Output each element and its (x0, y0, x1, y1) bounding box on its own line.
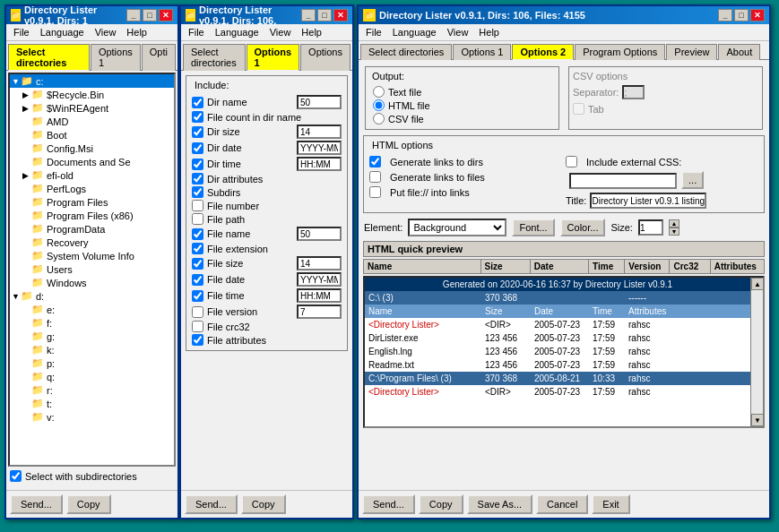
tab-select-dirs-3[interactable]: Select directories (360, 44, 452, 60)
tree-item-2[interactable]: ▶📁$WinREAgent (10, 101, 174, 115)
tab-opti-1[interactable]: Opti (142, 44, 176, 71)
tree-item-11[interactable]: 📁ProgramData (10, 222, 174, 236)
tree-item-22[interactable]: 📁q: (10, 370, 174, 383)
radio-text-file[interactable] (373, 86, 385, 98)
option-cb-10[interactable] (192, 243, 203, 254)
option-cb-8[interactable] (192, 213, 203, 225)
option-input-3[interactable] (297, 141, 342, 155)
option-cb-3[interactable] (192, 142, 203, 154)
option-cb-5[interactable] (192, 173, 203, 184)
tree-item-18[interactable]: 📁f: (10, 316, 174, 330)
option-input-0[interactable] (297, 95, 342, 109)
option-input-9[interactable] (297, 227, 342, 241)
option-input-13[interactable] (297, 288, 342, 303)
maximize-btn-3[interactable]: □ (734, 9, 749, 21)
cb-file-url[interactable] (369, 186, 381, 198)
tree-item-5[interactable]: 📁Config.Msi (10, 142, 174, 155)
tab-program-options-3[interactable]: Program Options (575, 44, 665, 60)
option-cb-1[interactable] (192, 111, 203, 123)
scroll-up-arrow[interactable]: ▲ (751, 278, 764, 290)
option-cb-6[interactable] (192, 186, 203, 198)
close-btn-3[interactable]: ✕ (750, 9, 765, 21)
spin-down[interactable]: ▼ (669, 227, 679, 236)
size-input[interactable] (638, 219, 663, 236)
css-browse-btn[interactable]: ... (681, 171, 704, 189)
option-cb-16[interactable] (192, 334, 203, 346)
maximize-btn-1[interactable]: □ (143, 9, 157, 21)
tab-options1-2[interactable]: Options 1 (247, 44, 300, 71)
tree-item-12[interactable]: 📁Recovery (10, 236, 174, 249)
css-path-input[interactable] (569, 173, 677, 189)
color-btn[interactable]: Color... (560, 219, 606, 236)
tree-item-1[interactable]: ▶📁$Recycle.Bin (10, 88, 174, 101)
option-input-14[interactable] (297, 305, 342, 319)
cb-links-files[interactable] (369, 171, 381, 183)
send-btn-3[interactable]: Send... (362, 494, 415, 514)
send-btn-2[interactable]: Send... (185, 494, 238, 514)
minimize-btn-3[interactable]: _ (718, 9, 732, 21)
tree-item-7[interactable]: ▶📁efi-old (10, 168, 174, 182)
option-cb-13[interactable] (192, 290, 203, 302)
tree-item-25[interactable]: 📁v: (10, 410, 174, 424)
directory-tree-1[interactable]: ▼📁c:▶📁$Recycle.Bin▶📁$WinREAgent📁AMD📁Boot… (8, 73, 176, 467)
tree-item-21[interactable]: 📁p: (10, 356, 174, 370)
tab-options-2[interactable]: Options (300, 44, 351, 71)
title-input[interactable] (590, 193, 706, 209)
minimize-btn-2[interactable]: _ (301, 9, 316, 21)
option-cb-14[interactable] (192, 306, 203, 318)
option-input-11[interactable] (297, 256, 342, 270)
menu-help-2[interactable]: Help (296, 25, 327, 39)
option-cb-2[interactable] (192, 126, 203, 138)
tree-item-17[interactable]: 📁e: (10, 303, 174, 316)
tab-preview-3[interactable]: Preview (666, 44, 717, 60)
menu-file-1[interactable]: File (8, 25, 35, 39)
maximize-btn-2[interactable]: □ (317, 9, 332, 21)
tree-item-23[interactable]: 📁r: (10, 383, 174, 397)
copy-btn-3[interactable]: Copy (419, 494, 463, 514)
cancel-btn[interactable]: Cancel (536, 494, 588, 514)
preview-container[interactable]: Generated on 2020-06-16 16:37 by Directo… (363, 276, 765, 428)
cb-ext-css[interactable] (566, 156, 577, 167)
menu-language-2[interactable]: Language (210, 25, 264, 39)
option-cb-7[interactable] (192, 200, 203, 211)
menu-language-3[interactable]: Language (387, 25, 442, 39)
scroll-down-arrow[interactable]: ▼ (751, 414, 764, 426)
radio-html-file[interactable] (373, 99, 385, 111)
minimize-btn-1[interactable]: _ (126, 9, 141, 21)
font-btn[interactable]: Font... (512, 219, 554, 236)
tab-select-dirs-1[interactable]: Select directories (8, 44, 90, 71)
tree-item-8[interactable]: 📁PerfLogs (10, 182, 174, 195)
option-cb-0[interactable] (192, 97, 203, 108)
option-cb-11[interactable] (192, 258, 203, 270)
option-input-4[interactable] (297, 157, 342, 171)
scroll-track[interactable] (751, 290, 763, 414)
option-input-2[interactable] (297, 124, 342, 139)
tree-item-14[interactable]: 📁Users (10, 262, 174, 276)
element-select[interactable]: Background Header Table Row (408, 219, 506, 236)
close-btn-1[interactable]: ✕ (159, 9, 173, 21)
tree-item-16[interactable]: ▼📁d: (10, 289, 174, 303)
menu-file-3[interactable]: File (360, 25, 387, 39)
tree-item-20[interactable]: 📁k: (10, 343, 174, 356)
menu-help-3[interactable]: Help (473, 25, 505, 39)
spin-up[interactable]: ▲ (669, 219, 679, 227)
copy-btn-1[interactable]: Copy (66, 494, 111, 514)
tree-item-19[interactable]: 📁g: (10, 330, 174, 343)
preview-scrollbar[interactable]: ▲ ▼ (750, 278, 763, 426)
menu-view-2[interactable]: View (264, 25, 297, 39)
tree-item-3[interactable]: 📁AMD (10, 115, 174, 128)
tree-item-6[interactable]: 📁Documents and Se (10, 155, 174, 168)
tab-select-dirs-2[interactable]: Select directories (183, 44, 246, 71)
menu-help-1[interactable]: Help (121, 25, 152, 39)
menu-view-3[interactable]: View (442, 25, 474, 39)
tree-item-4[interactable]: 📁Boot (10, 128, 174, 142)
close-btn-2[interactable]: ✕ (333, 9, 348, 21)
exit-btn[interactable]: Exit (592, 494, 629, 514)
select-subdirs-checkbox[interactable] (10, 470, 22, 482)
menu-language-1[interactable]: Language (35, 25, 90, 39)
option-cb-4[interactable] (192, 159, 203, 170)
cb-links-dirs[interactable] (369, 156, 381, 167)
tree-item-15[interactable]: 📁Windows (10, 276, 174, 289)
radio-csv-file[interactable] (373, 113, 385, 124)
option-input-12[interactable] (297, 272, 342, 287)
